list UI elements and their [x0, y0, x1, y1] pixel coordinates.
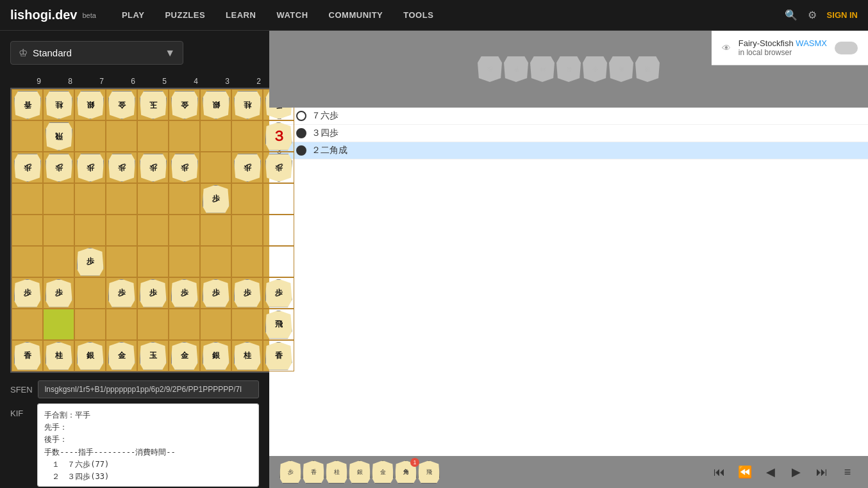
cell-r8-c6[interactable]: 銀: [200, 340, 231, 371]
nav-watch[interactable]: WATCH: [266, 0, 318, 31]
cell-r4-c7[interactable]: [231, 215, 263, 246]
cell-r1-c8[interactable]: ３: [263, 120, 294, 152]
cell-r0-c1[interactable]: 桂: [43, 89, 74, 120]
cell-r4-c5[interactable]: [169, 215, 200, 246]
cell-r3-c7[interactable]: [231, 183, 263, 215]
cell-r5-c3[interactable]: [106, 246, 137, 277]
cell-r6-c4[interactable]: 歩: [137, 277, 169, 309]
cell-r8-c3[interactable]: 金: [106, 340, 137, 371]
cell-r6-c5[interactable]: 歩: [169, 277, 200, 309]
cell-r2-c1[interactable]: 歩: [43, 152, 74, 183]
cell-r4-c6[interactable]: [200, 215, 231, 246]
cell-r1-c0[interactable]: [12, 120, 43, 152]
cell-r2-c3[interactable]: 歩: [106, 152, 137, 183]
variant-selector[interactable]: ♔ Standard ▼: [10, 41, 183, 65]
cell-r6-c1[interactable]: 歩: [43, 277, 74, 309]
move-row-1[interactable]: 1 ７六歩: [269, 108, 868, 125]
engine-toggle[interactable]: [835, 42, 858, 54]
cell-r1-c2[interactable]: [74, 120, 106, 152]
cell-r6-c7[interactable]: 歩: [231, 277, 263, 309]
sign-in-button[interactable]: SIGN IN: [827, 10, 858, 20]
cell-r5-c1[interactable]: [43, 246, 74, 277]
cell-r7-c8[interactable]: 飛: [263, 309, 294, 340]
cell-r3-c0[interactable]: [12, 183, 43, 215]
cell-r3-c6[interactable]: 歩: [200, 183, 231, 215]
go-prev-many-button[interactable]: ⏪: [735, 462, 755, 482]
cell-r2-c8[interactable]: 歩: [263, 152, 294, 183]
cell-r6-c8[interactable]: 歩: [263, 277, 294, 309]
cell-r0-c4[interactable]: 玉: [137, 89, 169, 120]
cell-r0-c6[interactable]: 銀: [200, 89, 231, 120]
cell-r3-c4[interactable]: [137, 183, 169, 215]
cell-r4-c1[interactable]: [43, 215, 74, 246]
cell-r7-c7[interactable]: [231, 309, 263, 340]
cell-r8-c8[interactable]: 香: [263, 340, 294, 371]
cell-r4-c4[interactable]: [137, 215, 169, 246]
cell-r1-c4[interactable]: [137, 120, 169, 152]
shogi-board[interactable]: 香桂銀金玉金銀桂香飛３歩歩歩歩歩歩歩歩歩歩歩歩歩歩歩歩歩歩飛香桂銀金玉金銀桂香: [10, 88, 296, 373]
cell-r4-c0[interactable]: [12, 215, 43, 246]
cell-r8-c0[interactable]: 香: [12, 340, 43, 371]
nav-puzzles[interactable]: PUZZLES: [154, 0, 215, 31]
cell-r7-c2[interactable]: [74, 309, 106, 340]
cell-r5-c6[interactable]: [200, 246, 231, 277]
go-prev-button[interactable]: ◀: [760, 462, 781, 482]
cell-r1-c3[interactable]: [106, 120, 137, 152]
cell-r7-c1[interactable]: [43, 309, 74, 340]
cell-r5-c4[interactable]: [137, 246, 169, 277]
cell-r0-c2[interactable]: 銀: [74, 89, 106, 120]
nav-play[interactable]: PLAY: [112, 0, 154, 31]
cell-r3-c2[interactable]: [74, 183, 106, 215]
go-end-button[interactable]: ⏭: [812, 462, 832, 482]
cell-r8-c7[interactable]: 桂: [231, 340, 263, 371]
cell-r0-c3[interactable]: 金: [106, 89, 137, 120]
cell-r1-c1[interactable]: 飛: [43, 120, 74, 152]
cell-r6-c0[interactable]: 歩: [12, 277, 43, 309]
gear-icon[interactable]: ⚙: [808, 9, 817, 21]
sfen-input[interactable]: [38, 380, 259, 398]
cell-r2-c0[interactable]: 歩: [12, 152, 43, 183]
cell-r2-c6[interactable]: [200, 152, 231, 183]
eye-icon[interactable]: 👁: [722, 43, 731, 53]
cell-r2-c7[interactable]: 歩: [231, 152, 263, 183]
move-row-3[interactable]: 3 ２二角成: [269, 142, 868, 159]
cell-r5-c5[interactable]: [169, 246, 200, 277]
engine-link[interactable]: WASMX: [796, 38, 827, 48]
cell-r7-c6[interactable]: [200, 309, 231, 340]
go-next-button[interactable]: ▶: [786, 462, 806, 482]
cell-r5-c7[interactable]: [231, 246, 263, 277]
search-icon[interactable]: 🔍: [785, 9, 797, 21]
cell-r6-c3[interactable]: 歩: [106, 277, 137, 309]
cell-r8-c5[interactable]: 金: [169, 340, 200, 371]
menu-button[interactable]: ≡: [837, 462, 858, 482]
cell-r7-c4[interactable]: [137, 309, 169, 340]
nav-learn[interactable]: LEARN: [215, 0, 266, 31]
cell-r8-c2[interactable]: 銀: [74, 340, 106, 371]
nav-tools[interactable]: TOOLS: [393, 0, 444, 31]
cell-r2-c5[interactable]: 歩: [169, 152, 200, 183]
cell-r5-c8[interactable]: [263, 246, 294, 277]
cell-r7-c3[interactable]: [106, 309, 137, 340]
cell-r4-c3[interactable]: [106, 215, 137, 246]
cell-r2-c2[interactable]: 歩: [74, 152, 106, 183]
cell-r3-c1[interactable]: [43, 183, 74, 215]
cell-r3-c5[interactable]: [169, 183, 200, 215]
cell-r3-c8[interactable]: [263, 183, 294, 215]
cell-r4-c8[interactable]: [263, 215, 294, 246]
cell-r2-c4[interactable]: 歩: [137, 152, 169, 183]
go-start-button[interactable]: ⏮: [709, 462, 730, 482]
nav-community[interactable]: COMMUNITY: [319, 0, 394, 31]
cell-r0-c7[interactable]: 桂: [231, 89, 263, 120]
cell-r8-c1[interactable]: 桂: [43, 340, 74, 371]
cell-r7-c0[interactable]: [12, 309, 43, 340]
cell-r5-c2[interactable]: 歩: [74, 246, 106, 277]
cell-r8-c4[interactable]: 玉: [137, 340, 169, 371]
kif-textarea[interactable]: [37, 403, 259, 487]
cell-r0-c5[interactable]: 金: [169, 89, 200, 120]
cell-r1-c6[interactable]: [200, 120, 231, 152]
move-row-2[interactable]: 2 ３四歩: [269, 125, 868, 142]
cell-r1-c5[interactable]: [169, 120, 200, 152]
cell-r6-c6[interactable]: 歩: [200, 277, 231, 309]
cell-r5-c0[interactable]: [12, 246, 43, 277]
cell-r6-c2[interactable]: [74, 277, 106, 309]
